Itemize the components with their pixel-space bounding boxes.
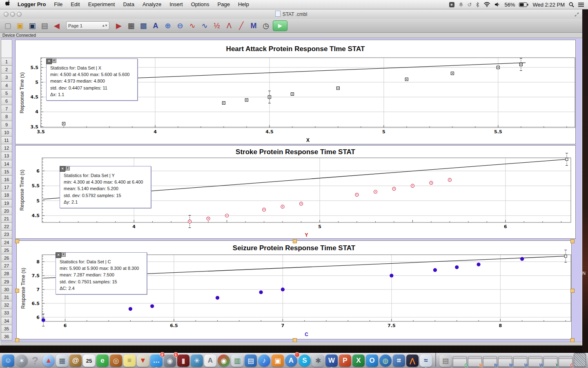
data-collection-setup-button[interactable]: ◷ <box>260 20 272 31</box>
window-title-bar[interactable]: STAT .cmbl <box>0 9 582 19</box>
dock-minimized-window[interactable]: W <box>498 356 512 367</box>
dock-icon-calendar[interactable]: 25 <box>83 355 95 367</box>
linear-fit-button[interactable]: ╱ <box>236 20 247 31</box>
dock-icon-maps[interactable]: ▼ <box>137 355 149 367</box>
table-row-number[interactable]: 31 <box>1 294 12 301</box>
notifications-bell-icon[interactable] <box>459 2 463 7</box>
data-table-button[interactable]: ▦ <box>125 20 137 31</box>
dock-icon-iphoto[interactable]: ✳ <box>191 355 203 367</box>
dock-icon-outlook[interactable]: O <box>366 355 378 367</box>
table-row-number[interactable]: 28 <box>1 270 12 278</box>
dock-icon-logger-pro[interactable]: ≈ <box>420 355 432 367</box>
table-row-number[interactable]: 22 <box>1 223 12 231</box>
table-row-number[interactable]: 36 <box>1 333 12 341</box>
battery-icon[interactable] <box>519 2 528 7</box>
selection-handle[interactable] <box>15 289 19 293</box>
dock-icon-system-preferences[interactable]: ✱ <box>312 355 324 367</box>
statistics-box-1[interactable]: ✕Statistics for: Data Set | Xmin: 4.500 … <box>46 58 138 101</box>
dock-icon-google-earth[interactable]: ◍ <box>379 355 392 367</box>
zoom-out-button[interactable]: ⊖ <box>174 20 186 31</box>
integral-button[interactable]: ½ <box>211 20 223 31</box>
table-row-number[interactable]: 16 <box>1 176 12 184</box>
menu-item-help[interactable]: Help <box>234 0 253 9</box>
bluetooth-icon[interactable] <box>476 2 479 7</box>
spotlight-icon[interactable] <box>569 2 574 7</box>
dock-icon-ibooks[interactable]: ▣ <box>272 355 284 367</box>
statistics-box-2[interactable]: ✕Statistics for: Data Set | Ymin: 4.300 … <box>60 166 151 208</box>
dock-icon-evernote[interactable]: e <box>96 355 109 367</box>
examine-button[interactable]: ∿ <box>187 20 198 31</box>
menu-item-file[interactable]: File <box>50 0 67 9</box>
table-row-number[interactable]: 26 <box>1 254 12 262</box>
table-row-number[interactable]: 4 <box>1 82 12 90</box>
table-row-number[interactable]: 23 <box>1 231 12 238</box>
graph-panel-1[interactable]: 3.544.555.53.544.555.5Heart Attack Prote… <box>15 40 576 144</box>
table-row-number[interactable]: 13 <box>1 152 12 160</box>
selection-handle[interactable] <box>570 239 575 243</box>
table-row-number[interactable]: 20 <box>1 207 12 215</box>
table-row-number[interactable]: 25 <box>1 247 12 254</box>
menu-item-options[interactable]: Options <box>187 0 214 9</box>
dock-icon-help-placeholder[interactable]: ? <box>29 355 41 367</box>
print-button[interactable]: ▤ <box>39 20 50 31</box>
table-row-number[interactable]: 27 <box>1 262 12 270</box>
close-icon[interactable]: ✕ <box>60 166 65 172</box>
page-back-button[interactable]: ◀ <box>51 20 62 31</box>
table-row-number[interactable]: 9 <box>1 121 12 129</box>
table-row-number[interactable]: 7 <box>1 105 12 113</box>
dock-icon-itunes[interactable]: ♪ <box>258 355 270 367</box>
dock-icon-archive-drawer[interactable]: ▤ <box>439 355 452 367</box>
dock-icon-preview[interactable]: ▦ <box>56 355 68 367</box>
menu-item-experiment[interactable]: Experiment <box>84 0 119 9</box>
evernote-status-icon[interactable]: e <box>449 2 454 7</box>
graph-panel-2[interactable]: 4564.555.56Stroke Protein Response Time … <box>15 145 576 239</box>
apple-menu-icon[interactable] <box>0 0 13 9</box>
calculator-button[interactable]: ▩ <box>138 20 149 31</box>
expand-window-icon[interactable] <box>575 11 579 18</box>
menu-item-data[interactable]: Data <box>119 0 138 9</box>
dock-icon-numbers[interactable]: ▥ <box>231 355 243 367</box>
table-row-number[interactable]: 1 <box>1 58 12 66</box>
dock-icon-app-store[interactable]: A <box>285 355 297 367</box>
table-row-number[interactable]: 6 <box>1 97 12 105</box>
dock-icon-contacts[interactable]: @ <box>69 355 82 367</box>
tangent-button[interactable]: ∿ <box>199 20 210 31</box>
table-row-number[interactable]: 18 <box>1 191 12 199</box>
drag-handle-icon[interactable] <box>65 166 70 171</box>
menu-item-analyze[interactable]: Analyze <box>138 0 165 9</box>
table-row-number[interactable]: 35 <box>1 325 12 333</box>
dock-icon-image-capture[interactable]: ◎ <box>110 355 122 367</box>
menu-item-insert[interactable]: Insert <box>165 0 187 9</box>
time-machine-icon[interactable]: ↺ <box>468 2 472 8</box>
open-button[interactable]: ▣ <box>14 20 26 31</box>
dock-icon-chrome[interactable]: ◉ <box>218 355 230 367</box>
dock-minimized-window[interactable]: M <box>468 356 482 367</box>
dock-minimized-window[interactable]: W <box>513 356 527 367</box>
curve-fit-button[interactable]: M <box>248 20 259 31</box>
menu-item-page[interactable]: Page <box>214 0 234 9</box>
trash-icon[interactable] <box>574 353 586 367</box>
table-row-number[interactable]: 14 <box>1 160 12 168</box>
selection-handle[interactable] <box>15 239 19 243</box>
menu-clock[interactable]: Wed 2:22 PM <box>532 2 565 8</box>
table-row-number[interactable]: 15 <box>1 168 12 176</box>
table-row-number[interactable]: 24 <box>1 239 12 247</box>
table-row-number[interactable]: 17 <box>1 184 12 191</box>
dock-minimized-window[interactable]: W <box>528 356 542 367</box>
dock-icon-keynote[interactable]: ▤ <box>245 355 257 367</box>
statistics-button[interactable]: Λ <box>223 20 235 31</box>
new-button[interactable]: ▢ <box>2 20 13 31</box>
selection-handle[interactable] <box>293 239 297 243</box>
dock-minimized-window[interactable]: C <box>559 356 572 367</box>
statistics-box-3[interactable]: ✕Statistics for: Data Set | Cmin: 5.900 … <box>56 252 147 294</box>
collect-button[interactable]: ▶ <box>273 20 287 31</box>
table-row-number[interactable]: 12 <box>1 144 12 152</box>
table-row-number[interactable]: 34 <box>1 317 12 325</box>
dock-icon-messages[interactable]: …2 <box>150 355 163 367</box>
text-annotation-button[interactable]: A <box>150 20 161 31</box>
dock-icon-photo-booth[interactable]: ▮ <box>177 355 189 367</box>
drag-handle-icon[interactable] <box>52 58 56 63</box>
dock-icon-excel[interactable]: X <box>352 355 365 367</box>
dock-icon-matlab[interactable]: ⋀ <box>406 355 419 367</box>
selection-handle[interactable] <box>570 338 575 342</box>
